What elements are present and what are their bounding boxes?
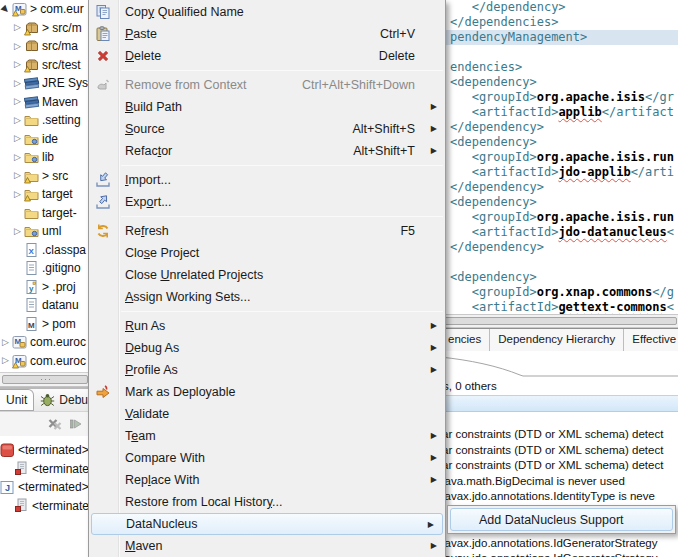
problem-row[interactable]: java.math.BigDecimal is never used (440, 474, 678, 490)
tree-item[interactable]: ▷src/test (0, 56, 92, 75)
tree-item[interactable]: ▷.setting (0, 111, 92, 130)
tree-expander-icon[interactable]: ▷ (12, 226, 23, 237)
tree-expander-icon[interactable]: ▷ (12, 96, 23, 107)
tree-expander-icon[interactable]: ▷ (12, 22, 23, 33)
tree-expander-icon[interactable]: ▷ (0, 355, 11, 366)
tree-item[interactable]: ▷src/ma (0, 37, 92, 56)
menu-item-label: Source (125, 122, 165, 136)
tree-item[interactable]: ▷JRE Sys (0, 74, 92, 93)
menu-item-label: Refresh (125, 224, 169, 238)
menu-item-label: DataNucleus (126, 517, 198, 531)
debug-launch-item[interactable]: J<terminated> (0, 478, 92, 497)
folder-object-icon (23, 149, 40, 165)
scrollbar-thumb[interactable] (441, 317, 677, 325)
menu-item-validate[interactable]: Validate (89, 403, 445, 425)
menu-item-run-as[interactable]: Run As▶ (89, 315, 445, 337)
tree-item[interactable]: ▷uml (0, 222, 92, 241)
package-warning-icon (23, 57, 40, 73)
menu-item-paste[interactable]: PasteCtrl+V (89, 23, 445, 45)
submenu-item-add-datanucleus-support[interactable]: Add DataNucleus Support (450, 508, 673, 531)
problem-row[interactable]: javax.jdo.annotations.IdGeneratorStrateg… (440, 551, 678, 557)
tree-expander-icon[interactable]: ▷ (12, 133, 23, 144)
pom-tab-effective-p[interactable]: Effective P (624, 329, 678, 351)
code-tag: <dependency> (450, 270, 537, 284)
datanucleus-submenu: Add DataNucleus Support (447, 505, 676, 534)
folder-object-icon (23, 223, 40, 239)
tree-item[interactable]: X.classpa (0, 241, 92, 260)
tree-item[interactable]: ▷Mcom.euroc (0, 333, 92, 352)
menu-item-restore-from-local-history[interactable]: Restore from Local History... (89, 491, 445, 513)
menu-accelerator: Alt+Shift+T (353, 144, 415, 158)
menu-item-delete[interactable]: DeleteDelete (89, 45, 445, 67)
problem-row[interactable]: ar constraints (DTD or XML schema) detec… (440, 443, 678, 459)
pom-xml-editor[interactable]: </dependency></dependencies>pendencyMana… (440, 0, 678, 314)
tree-item[interactable]: ▷> src (0, 167, 92, 186)
menu-item-import[interactable]: Import... (89, 169, 445, 191)
editor-horizontal-scrollbar[interactable] (440, 314, 678, 328)
menu-item-datanucleus[interactable]: DataNucleus▶ (91, 513, 443, 535)
tree-item[interactable]: datanu (0, 296, 92, 315)
pom-tab-dependency-hierarchy[interactable]: Dependency Hierarchy (490, 329, 624, 351)
menu-item-replace-with[interactable]: Replace With▶ (89, 469, 445, 491)
debug-launch-item[interactable]: <terminated> (0, 497, 92, 516)
editor-line: <dependency> (440, 270, 678, 285)
menu-item-export[interactable]: Export... (89, 191, 445, 213)
delete-icon (94, 48, 112, 64)
menu-item-team[interactable]: Team▶ (89, 425, 445, 447)
editor-line: <groupId>org.apache.isis.run (440, 150, 678, 165)
tree-item[interactable]: ▷> src/m (0, 19, 92, 38)
tree-expander-icon[interactable]: ▷ (12, 59, 23, 70)
tree-expander-icon[interactable]: ▷ (0, 337, 11, 348)
debug-launch-item[interactable]: <terminated> (0, 460, 92, 479)
menu-item-mark-as-deployable[interactable]: Mark as Deployable (89, 381, 445, 403)
tree-item[interactable]: ▷ide (0, 130, 92, 149)
debug-launches-tree: <terminated><terminated>J<terminated><te… (0, 436, 92, 515)
tree-item[interactable]: ▶M> com.eur (0, 0, 92, 19)
menu-item-debug-as[interactable]: Debug As▶ (89, 337, 445, 359)
problem-row[interactable]: javax.jdo.annotations.IdentityType is ne… (440, 489, 678, 505)
menu-item-assign-working-sets[interactable]: Assign Working Sets... (89, 286, 445, 308)
menu-item-remove-from-context[interactable]: Remove from ContextCtrl+Alt+Shift+Down (89, 74, 445, 96)
menu-item-build-path[interactable]: Build Path▶ (89, 96, 445, 118)
tree-item[interactable]: M> pom (0, 315, 92, 334)
menu-item-refactor[interactable]: RefactorAlt+Shift+T▶ (89, 140, 445, 162)
menu-item-copy-qualified-name[interactable]: Copy Qualified Name (89, 1, 445, 23)
tree-item[interactable]: ▷Maven (0, 93, 92, 112)
tree-item[interactable]: .gitigno (0, 259, 92, 278)
remove-terminated-icon[interactable] (46, 416, 63, 432)
menu-item-refresh[interactable]: RefreshF5 (89, 220, 445, 242)
package-explorer-horizontal-scrollbar[interactable] (0, 372, 92, 387)
code-tag: <groupId> (450, 150, 537, 164)
problem-row[interactable]: ar constraints (DTD or XML schema) detec… (440, 427, 678, 443)
tree-expander-icon[interactable]: ▷ (12, 170, 23, 181)
menu-item-label: Validate (125, 407, 169, 421)
menu-item-maven[interactable]: Maven▶ (89, 535, 445, 557)
menu-item-compare-with[interactable]: Compare With▶ (89, 447, 445, 469)
menu-item-close-unrelated-projects[interactable]: Close Unrelated Projects (89, 264, 445, 286)
submenu-arrow-icon: ▶ (431, 365, 437, 374)
menu-item-label: Mark as Deployable (125, 385, 235, 399)
tree-expander-icon[interactable]: ▷ (12, 189, 23, 200)
tree-expander-icon[interactable]: ▷ (12, 78, 23, 89)
tree-expander-icon[interactable]: ▷ (12, 115, 23, 126)
tree-item[interactable]: ▷target (0, 185, 92, 204)
view-tab-unit[interactable]: Unit (0, 389, 34, 411)
tree-expander-icon[interactable]: ▷ (12, 152, 23, 163)
menu-item-profile-as[interactable]: Profile As▶ (89, 359, 445, 381)
tree-expander-icon[interactable]: ▷ (12, 41, 23, 52)
problem-row[interactable]: ar constraints (DTD or XML schema) detec… (440, 458, 678, 474)
resume-icon[interactable] (67, 416, 84, 432)
problem-row[interactable]: javax.jdo.annotations.IdGeneratorStrateg… (440, 536, 678, 552)
menu-item-close-project[interactable]: Close Project (89, 242, 445, 264)
debug-launch-item[interactable]: <terminated> (0, 441, 92, 460)
tree-item-label: uml (40, 224, 61, 238)
tree-item[interactable]: ▷lib (0, 148, 92, 167)
problems-table-header[interactable] (440, 395, 678, 412)
tree-item[interactable]: ▷Mcom.euroc (0, 352, 92, 371)
menu-item-label: Profile As (125, 363, 178, 377)
tree-item[interactable]: target- (0, 204, 92, 223)
menu-item-source[interactable]: SourceAlt+Shift+S▶ (89, 118, 445, 140)
scrollbar-thumb[interactable] (2, 375, 88, 384)
tree-item[interactable]: y> .proj (0, 278, 92, 297)
pom-tab-encies[interactable]: encies (440, 329, 490, 351)
